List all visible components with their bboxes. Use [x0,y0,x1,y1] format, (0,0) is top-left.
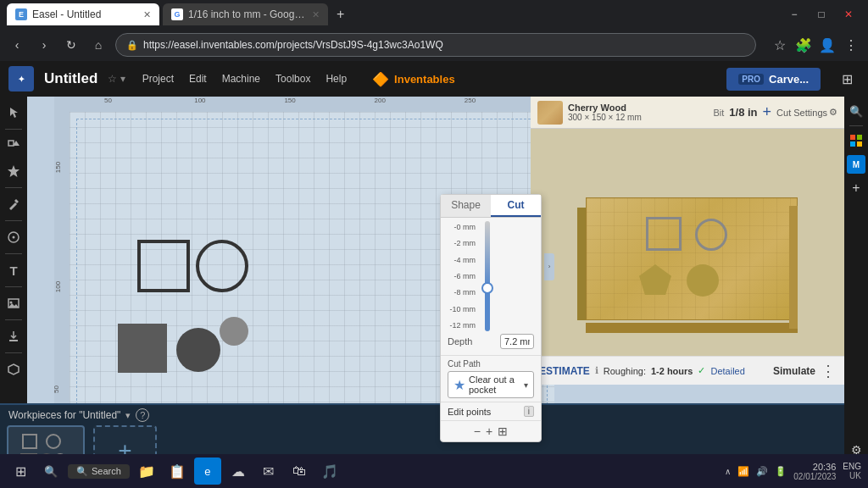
svg-rect-7 [857,135,862,140]
zoom-in-button[interactable]: + [486,424,492,438]
toolbar-divider-2 [5,187,22,188]
menu-help[interactable]: Help [319,69,353,88]
select-tool-button[interactable] [3,102,25,124]
maximize-button[interactable]: □ [809,3,834,25]
office-sidebar-button[interactable] [847,131,865,150]
edit-points-row: Edit points i [441,402,541,420]
file-explorer-button[interactable]: 📁 [133,458,160,485]
pen-button[interactable] [3,193,25,215]
taskbar-up-button[interactable]: ∧ [725,467,731,476]
cut-path-select[interactable]: ★ Clear out a pocket ▾ [448,371,534,398]
start-button[interactable]: ⊞ [7,458,34,485]
workpieces-help-icon[interactable]: ? [136,408,149,422]
tab-google[interactable]: G 1/16 inch to mm - Google Search ✕ [163,3,328,25]
edit-points-button[interactable]: Edit points [448,407,491,417]
menu-project[interactable]: Project [136,69,181,88]
extensions-button[interactable]: 🧩 [793,37,814,53]
tab-google-label: 1/16 inch to mm - Google Search [188,8,307,20]
tab-cut[interactable]: Cut [491,195,541,217]
menu-edit[interactable]: Edit [182,69,214,88]
inventables-label: Inventables [394,73,455,86]
close-button[interactable]: ✕ [836,3,861,25]
depth-label: Depth [448,336,472,347]
minimize-button[interactable]: − [782,3,807,25]
collapse-right-button[interactable]: › [544,253,554,280]
app-title-extras[interactable]: ☆ ▾ [108,73,125,85]
board-grid [587,198,797,319]
url-bar[interactable]: 🔒 https://easel.inventables.com/projects… [115,33,756,57]
header-action-button[interactable]: ⊞ [834,66,860,92]
shape-circle[interactable] [196,240,248,292]
search-taskbar-button[interactable]: 🔍 [37,458,64,485]
workpieces-chevron-icon[interactable]: ▾ [125,410,131,421]
shape-filled-circle[interactable] [176,328,220,372]
forward-button[interactable]: › [34,38,54,52]
text-button[interactable]: T [3,259,25,281]
slider-thumb[interactable] [481,282,493,294]
cut-settings-button[interactable]: Cut Settings ⚙ [776,107,837,118]
shape-filled-square[interactable] [118,324,167,373]
taskbar-clock: 20:36 02/01/2023 [793,462,836,481]
more-button[interactable]: ⋮ [821,362,836,380]
depth-mark-8: -8 mm [444,288,476,297]
home-button[interactable]: ⌂ [88,38,108,52]
svg-rect-0 [8,141,14,146]
tab-easel[interactable]: E Easel - Untitled ✕ [7,3,159,25]
spotify-button[interactable]: 🎵 [316,458,343,485]
menu-machine[interactable]: Machine [215,69,267,88]
depth-scale: -0 mm -2 mm -4 mm -6 mm -8 mm -10 mm -12… [441,221,541,331]
image-button[interactable] [3,292,25,314]
address-bar: ‹ › ↻ ⌂ 🔒 https://easel.inventables.com/… [0,29,868,61]
profile-button[interactable]: 👤 [817,37,837,53]
simulate-button[interactable]: Simulate [773,365,815,377]
toolbar-divider-3 [5,220,22,221]
zoom-out-button[interactable]: − [474,424,481,438]
star-button[interactable] [3,160,25,182]
back-button[interactable]: ‹ [7,38,27,52]
board-shape-circle-filled [687,264,719,297]
add-sidebar-button[interactable]: + [847,179,865,197]
tab-shape[interactable]: Shape [441,195,491,217]
tasks-button[interactable]: 📋 [164,458,191,485]
edge-button[interactable]: e [194,458,221,485]
material-dimensions: 300 × 150 × 12 mm [568,113,708,122]
shapes-button[interactable] [3,135,25,157]
more-options-button[interactable]: ⋮ [841,37,861,53]
estimate-label: ESTIMATE [539,365,590,377]
3d-button[interactable] [3,358,25,380]
search-sidebar-button[interactable]: 🔍 [847,102,865,120]
carve-button[interactable]: PRO Carve... [726,68,821,91]
search-bar-taskbar[interactable]: 🔍 Search [68,464,130,479]
taskbar-right: ∧ 📶 🔊 🔋 20:36 02/01/2023 ENG UK [725,462,861,481]
ms-sidebar-button[interactable]: M [847,155,865,174]
bookmark-button[interactable]: ☆ [770,37,790,53]
menu-toolbox[interactable]: Toolbox [269,69,317,88]
toolbar-divider-1 [5,129,22,130]
tab-close-google[interactable]: ✕ [312,9,320,20]
shape-rectangle[interactable] [137,240,190,292]
cut-path-star-icon: ★ [453,377,465,393]
tab-google-icon: G [171,8,183,20]
zoom-fit-button[interactable]: ⊞ [498,424,508,438]
reload-button[interactable]: ↻ [61,38,81,52]
new-tab-button[interactable]: + [331,7,349,22]
depth-value-row: Depth [441,331,541,352]
depth-input[interactable] [500,334,534,349]
add-bit-button[interactable]: + [763,103,772,121]
tab-easel-label: Easel - Untitled [32,8,101,20]
depth-slider[interactable] [479,221,496,331]
browser-actions: ☆ 🧩 👤 ⋮ [770,37,861,53]
board-container [577,197,798,333]
estimate-info-icon[interactable]: ℹ [595,365,598,376]
circle-tool-button[interactable] [3,226,25,248]
mail-button[interactable]: ✉ [255,458,282,485]
onedrive-button[interactable]: ☁ [225,458,252,485]
wood-swatch [537,101,563,125]
roughing-label: Roughing: [604,366,646,376]
bit-label: Bit [713,108,724,118]
import-button[interactable] [3,325,25,347]
store-button[interactable]: 🛍 [286,458,313,485]
tab-close-easel[interactable]: ✕ [143,9,151,20]
main-content: T 50 100 150 200 250 [0,97,868,488]
detailed-link[interactable]: Detailed [710,366,744,376]
